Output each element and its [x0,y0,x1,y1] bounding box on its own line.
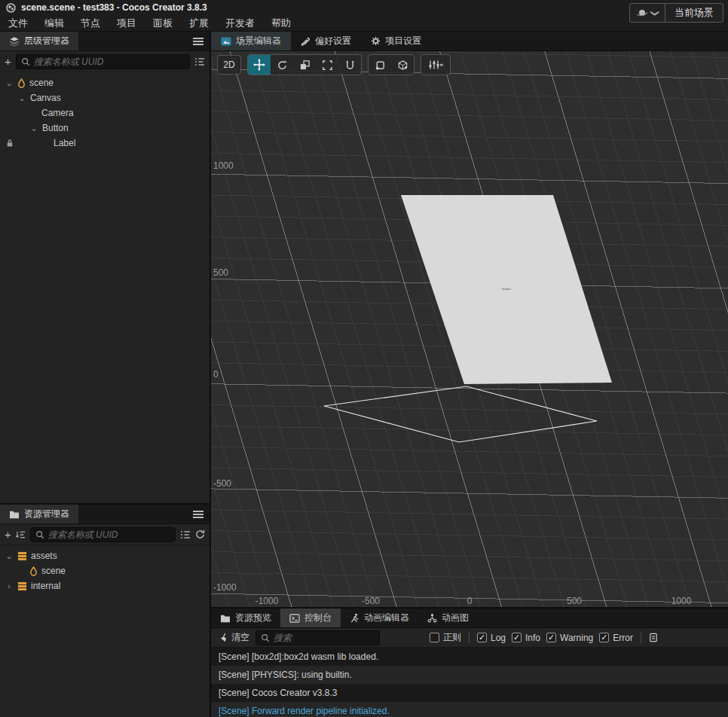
bottom-panel: 资源预览 控制台 动画编辑器 [211,607,728,717]
create-asset-button[interactable]: + [5,529,11,540]
menu-edit[interactable]: 编辑 [36,17,72,30]
tree-node-camera[interactable]: Camera [0,105,210,121]
menu-extension[interactable]: 扩展 [181,17,217,30]
chevron-down-icon[interactable]: ⌄ [17,93,26,103]
checkbox-unchecked[interactable] [430,633,439,642]
filter-info-checkbox[interactable]: ✓ Info [512,633,540,643]
tree-node-label-node[interactable]: Label [0,136,210,151]
menu-file[interactable]: 文件 [0,17,36,30]
regex-checkbox[interactable]: 正则 [430,631,461,644]
hierarchy-filter-icon[interactable] [194,57,205,66]
console-clear-button[interactable]: 清空 [219,631,249,644]
hierarchy-menu-icon[interactable] [193,36,203,47]
button-sprite-label: button [502,287,510,291]
canvas-wireframe[interactable] [324,386,597,442]
checkbox-checked[interactable]: ✓ [477,633,487,642]
tab-console[interactable]: 控制台 [280,609,341,627]
cocos-logo-icon [6,3,16,13]
tab-animation-editor[interactable]: 动画编辑器 [341,609,418,627]
menu-help[interactable]: 帮助 [263,17,299,30]
menu-developer[interactable]: 开发者 [217,17,263,30]
hierarchy-search[interactable] [16,54,190,69]
menu-panel[interactable]: 面板 [145,17,181,30]
rect-tool-button[interactable] [316,55,338,75]
log-detail-icon[interactable] [649,633,658,642]
axis-tick-label: 1000 [671,596,692,606]
console-search-input[interactable] [274,633,375,643]
search-icon [21,57,30,66]
title-bar: scene.scene - test383 - Cocos Creator 3.… [0,0,728,15]
scene-toolbar: 2D [217,54,451,75]
tree-node-scene[interactable]: ⌄ scene [0,75,210,90]
asset-node-assets[interactable]: ⌄ assets [0,548,210,563]
ui-transform-tool-button[interactable] [338,55,361,75]
move-icon [253,59,265,71]
assets-tab[interactable]: 资源管理器 [0,505,78,523]
asset-node-label: assets [31,551,57,561]
chevron-down-icon[interactable]: ⌄ [29,124,38,133]
tab-project-settings[interactable]: 项目设置 [361,32,431,50]
chevron-right-icon[interactable]: › [5,581,14,590]
tab-preferences[interactable]: 偏好设置 [291,32,361,50]
tree-node-button[interactable]: ⌄ Button [0,121,210,136]
sliders-icon [428,59,443,70]
asset-node-scene[interactable]: scene [0,563,210,578]
filter-warning-checkbox[interactable]: ✓ Warning [546,633,593,643]
filter-label: Info [525,633,540,643]
filter-label: Log [491,633,506,643]
gizmo-settings-button[interactable] [421,55,450,75]
refresh-icon[interactable] [195,529,205,539]
asset-node-label: internal [31,581,60,591]
console-search[interactable] [255,630,380,645]
lock-icon[interactable] [6,139,14,148]
gear-icon [371,36,381,46]
axis-tick-label: -500 [362,596,380,606]
tree-node-label: Canvas [30,93,61,103]
scale-tool-button[interactable] [293,55,316,75]
hierarchy-tab[interactable]: 层级管理器 [0,32,78,50]
axis-tick-label: 1000 [213,160,234,171]
checkbox-checked[interactable]: ✓ [599,633,609,642]
log-row[interactable]: [Scene] Cocos Creator v3.8.3 [211,684,728,702]
log-row[interactable]: [Scene] [box2d]:box2d wasm lib loaded. [211,648,728,666]
assets-tab-label: 资源管理器 [24,508,69,520]
hierarchy-search-input[interactable] [34,56,185,67]
axis-tick-label: -1000 [255,596,279,606]
current-scene-selector[interactable]: ❯ 当前场景 [629,3,723,23]
assets-filter-icon[interactable] [180,530,191,539]
coordinate-space-button[interactable] [391,55,414,75]
log-row[interactable]: [Scene] [PHYSICS]: using builtin. [211,666,728,684]
chevron-down-icon[interactable]: ⌄ [5,78,14,88]
tab-asset-preview[interactable]: 资源预览 [211,609,280,627]
cube-icon [397,59,408,71]
asset-node-internal[interactable]: › internal [0,578,210,593]
bundle-icon [17,551,27,561]
tab-animation-graph[interactable]: 动画图 [418,609,478,627]
menu-project[interactable]: 项目 [109,17,145,30]
scene-view[interactable]: button 1000 500 0 -500 -1000 -1000 -500 … [211,51,728,607]
filter-log-checkbox[interactable]: ✓ Log [477,633,506,643]
assets-menu-icon[interactable] [193,509,203,520]
menu-bar: 文件 编辑 节点 项目 面板 扩展 开发者 帮助 [0,15,728,32]
menu-node[interactable]: 节点 [72,17,109,30]
collapse-all-icon[interactable] [16,530,26,539]
runner-icon [350,613,359,623]
checkbox-checked[interactable]: ✓ [546,633,556,642]
chevron-down-icon[interactable]: ⌄ [5,551,14,561]
filter-error-checkbox[interactable]: ✓ Error [599,633,633,643]
pivot-anchor-button[interactable] [369,55,391,75]
tab-label: 控制台 [304,612,332,624]
bundle-icon [17,581,27,591]
assets-search-input[interactable] [48,529,170,540]
checkbox-checked[interactable]: ✓ [512,633,522,642]
toggle-2d-button[interactable]: 2D [217,55,241,75]
rotate-tool-button[interactable] [271,55,293,75]
log-row[interactable]: [Scene] Forward render pipeline initiali… [211,702,728,717]
move-tool-button[interactable] [248,55,271,75]
tab-scene-editor[interactable]: 场景编辑器 [211,32,291,50]
tree-node-canvas[interactable]: ⌄ Canvas [0,90,210,105]
create-node-button[interactable]: + [5,56,11,67]
assets-header: 资源管理器 [0,505,210,524]
tree-node-label: Label [54,138,75,148]
assets-search[interactable] [30,527,176,542]
